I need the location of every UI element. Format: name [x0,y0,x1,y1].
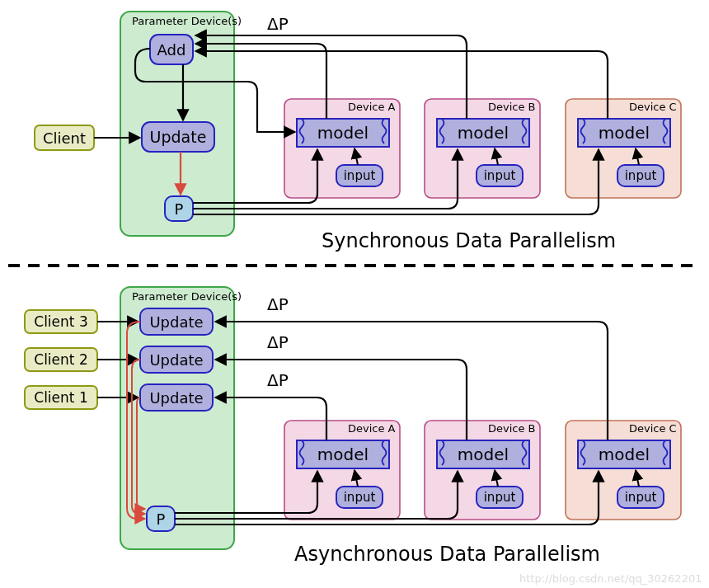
svg-text:input: input [344,168,376,183]
svg-text:Device B: Device B [488,422,536,435]
svg-text:model: model [599,445,650,464]
svg-text:ΔP: ΔP [267,332,289,352]
client-text: Client [43,129,86,147]
model-a: model [297,119,389,147]
svg-text:Update: Update [149,351,203,369]
svg-text:Client 2: Client 2 [34,351,87,368]
svg-text:Client 3: Client 3 [34,313,87,330]
svg-text:input: input [625,490,657,505]
device-c: Device C model input [566,99,681,198]
device-b-2: Device B model input [425,421,540,520]
svg-text:Device A: Device A [348,422,396,435]
svg-text:Update: Update [149,313,203,331]
svg-text:model: model [317,123,369,143]
svg-text:model: model [317,445,369,464]
svg-text:Client 1: Client 1 [34,389,87,406]
update-text: Update [150,128,207,146]
svg-text:input: input [484,490,516,505]
svg-text:input: input [625,168,657,183]
svg-text:model: model [599,123,650,143]
svg-text:model: model [458,445,509,464]
async-section: Parameter Device(s) Update Update Update… [25,287,681,566]
p-text: P [175,200,184,218]
device-a: Device A model input [284,99,400,198]
svg-text:Update: Update [149,389,203,407]
async-title: Asynchronous Data Parallelism [294,543,600,566]
svg-text:Device C: Device C [629,422,677,435]
svg-text:input: input [344,490,376,505]
sync-section: Parameter Device(s) Add Update P Client … [35,12,681,252]
param-device-label: Parameter Device(s) [132,15,242,27]
device-c-2: Device C model input [566,421,681,520]
svg-text:ΔP: ΔP [267,294,289,314]
watermark: http://blog.csdn.net/qq_30262201 [519,572,702,585]
svg-text:model: model [458,123,509,143]
svg-text:Device A: Device A [348,101,396,113]
device-a-2: Device A model input [284,421,400,520]
svg-text:Parameter Device(s): Parameter Device(s) [132,290,242,303]
svg-text:P: P [157,510,166,528]
svg-text:ΔP: ΔP [267,370,289,390]
delta-p-sync: ΔP [267,14,289,34]
svg-text:input: input [484,168,516,183]
svg-text:Device C: Device C [629,101,677,113]
sync-title: Synchronous Data Parallelism [322,229,616,252]
svg-text:Device B: Device B [488,101,536,113]
add-text: Add [157,41,186,59]
device-b: Device B model input [425,99,540,198]
